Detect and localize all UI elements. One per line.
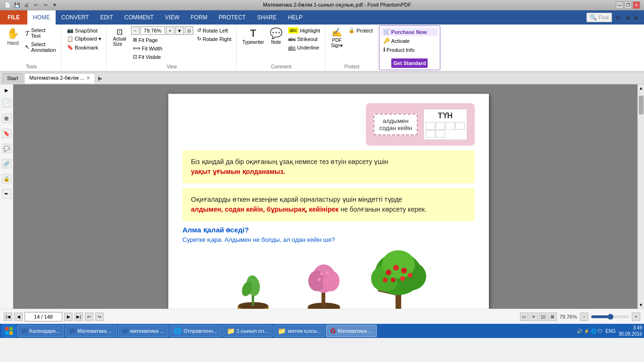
tyn-text: ТҮН bbox=[426, 111, 465, 120]
sidebar-link[interactable]: 🔗 bbox=[2, 159, 11, 168]
taskbar-word3[interactable]: W математика ... bbox=[118, 325, 169, 337]
menu-home[interactable]: HOME bbox=[27, 10, 56, 25]
zoom-handle[interactable] bbox=[608, 314, 613, 320]
svg-point-16 bbox=[320, 272, 323, 275]
strikeout-tool[interactable]: abc Strikeout bbox=[286, 35, 322, 43]
taskbar-foxit-label: Математика ... bbox=[338, 328, 372, 334]
bookmark-tool[interactable]: 🔖 Bookmark bbox=[65, 43, 103, 51]
last-page-btn[interactable]: ▶| bbox=[74, 313, 83, 321]
select-annotation-tool[interactable]: ↖ SelectAnnotation bbox=[23, 41, 58, 54]
menu-protect[interactable]: PROTECT bbox=[213, 10, 251, 25]
fit-width-btn[interactable]: ⟺ Fit Width bbox=[131, 44, 193, 52]
product-info-btn[interactable]: ℹ Product Info bbox=[381, 46, 438, 54]
clipboard-tool[interactable]: 📋 Clipboard ▾ bbox=[65, 35, 103, 43]
svg-point-28 bbox=[386, 270, 391, 275]
prev-view-btn[interactable]: ↩ bbox=[85, 313, 93, 321]
more-quick[interactable]: ▼ bbox=[51, 1, 58, 9]
save-quick[interactable]: 💾 bbox=[13, 1, 21, 9]
get-standard-btn[interactable]: Get Standard bbox=[391, 58, 428, 68]
tab-close-icon[interactable]: ✕ bbox=[86, 75, 90, 81]
redo-quick[interactable]: ↪ bbox=[41, 1, 49, 9]
cursor-icon: 𝓣 bbox=[25, 29, 30, 37]
paragraph2-text: Оқиғаларды өткен кезеңіне қарай орналаст… bbox=[191, 195, 466, 214]
sapling-svg bbox=[298, 255, 350, 309]
select-text-tool[interactable]: 𝓣 SelectText bbox=[23, 26, 58, 40]
prev-page-btn[interactable]: ◀ bbox=[14, 313, 23, 321]
sidebar-toggle[interactable]: ▶ bbox=[3, 86, 10, 94]
tab-document[interactable]: Математика 2-бөлім ... ✕ bbox=[24, 73, 95, 83]
sidebar-annotation[interactable]: 💬 bbox=[2, 144, 11, 153]
restore-btn[interactable] bbox=[624, 1, 632, 9]
taskbar-word1[interactable]: W Календарн... bbox=[17, 325, 64, 337]
nav-back-icon[interactable]: ◀ bbox=[623, 14, 631, 21]
rotate-left-btn[interactable]: ↺ Rotate Left bbox=[195, 26, 233, 34]
snapshot-tool[interactable]: 📷 SnapShot bbox=[65, 26, 103, 34]
continuous-btn[interactable]: ≡ bbox=[529, 313, 538, 321]
typewriter-tool[interactable]: T Typewriter bbox=[240, 26, 266, 46]
next-view-btn[interactable]: ↪ bbox=[95, 313, 104, 321]
fit-visible-btn[interactable]: ⊡ Fit Visible bbox=[131, 53, 193, 61]
settings-icon[interactable]: ⚙ bbox=[614, 14, 621, 21]
first-page-btn[interactable]: |◀ bbox=[4, 313, 12, 321]
print-quick[interactable]: 🖨 bbox=[23, 1, 30, 9]
scroll-thumb-v[interactable] bbox=[639, 96, 644, 115]
sidebar-bookmark[interactable]: 🔖 bbox=[2, 129, 11, 138]
menu-edit[interactable]: EDIT bbox=[94, 10, 118, 25]
purchase-now-btn[interactable]: 🛒 Purchase Now bbox=[381, 28, 438, 36]
two-page-btn[interactable]: ▯▯ bbox=[539, 313, 547, 321]
sidebar-pen[interactable]: ✒ bbox=[2, 189, 11, 198]
undo-quick[interactable]: ↩ bbox=[32, 1, 40, 9]
minimize-btn[interactable] bbox=[616, 1, 623, 9]
menu-share[interactable]: SHARE bbox=[251, 10, 282, 25]
taskbar-word2[interactable]: W Математика ... bbox=[65, 325, 116, 337]
close-btn[interactable] bbox=[633, 1, 640, 9]
scroll-up-btn[interactable]: ▲ bbox=[637, 84, 644, 92]
menu-form[interactable]: FORM bbox=[185, 10, 213, 25]
search-box[interactable]: 🔍 Find bbox=[586, 13, 612, 22]
pdf-sign-tool[interactable]: ✍ PDFSign▾ bbox=[329, 26, 345, 49]
next-page-btn[interactable]: ▶ bbox=[64, 313, 73, 321]
hand-tool[interactable]: ✋ Hand bbox=[5, 26, 21, 47]
zoom-in-btn[interactable]: + bbox=[166, 26, 174, 35]
nav-fwd-icon[interactable]: ▶ bbox=[633, 14, 640, 21]
zoom-slider[interactable] bbox=[591, 315, 629, 318]
zoom-in-status[interactable]: + bbox=[632, 313, 640, 321]
underline-tool[interactable]: abc Underline bbox=[286, 44, 322, 51]
tab-nav-right[interactable]: ▶ bbox=[96, 75, 104, 82]
sidebar-thumbnail[interactable]: ⊞ bbox=[2, 114, 11, 123]
actual-size-tool[interactable]: ⊡ ActualSize bbox=[110, 26, 129, 48]
scroll-down-btn[interactable]: ▼ bbox=[637, 301, 644, 309]
menu-convert[interactable]: CONVERT bbox=[56, 10, 94, 25]
taskbar-folder2[interactable]: 📁 матем қосы... bbox=[273, 325, 325, 337]
tab-start[interactable]: Start bbox=[2, 73, 23, 83]
zoom-out-btn[interactable]: − bbox=[131, 26, 140, 35]
taskbar-foxit[interactable]: G Математика ... bbox=[326, 325, 377, 337]
zoom-input[interactable] bbox=[140, 26, 165, 35]
apple-tree-svg bbox=[369, 248, 430, 309]
taskbar-chrome[interactable]: 🌐 Отправленн... bbox=[169, 325, 221, 337]
fit-page-btn[interactable]: ⊞ Fit Page bbox=[131, 36, 193, 44]
start-button[interactable] bbox=[2, 324, 16, 337]
sidebar-lock[interactable]: 🔒 bbox=[2, 174, 11, 183]
protect-tool[interactable]: 🔒 Protect bbox=[347, 26, 375, 34]
taskbar-folder1[interactable]: 📁 1-сынып пл... bbox=[223, 325, 273, 337]
menu-help[interactable]: HELP bbox=[282, 10, 308, 25]
menu-comment[interactable]: COMMENT bbox=[119, 10, 159, 25]
zoom-dropdown[interactable]: ▼ bbox=[175, 26, 184, 35]
single-page-btn[interactable]: ▭ bbox=[520, 313, 528, 321]
page-input[interactable] bbox=[25, 312, 62, 321]
rotate-right-btn[interactable]: ↻ Rotate Right bbox=[195, 35, 233, 43]
note-tool[interactable]: 💬 Note bbox=[268, 26, 284, 46]
sidebar-page-view[interactable]: 📄 bbox=[2, 99, 11, 108]
bookmark-icon: 🔖 bbox=[67, 44, 74, 50]
zoom-out-status[interactable]: − bbox=[580, 313, 588, 321]
menu-file[interactable]: FILE bbox=[0, 10, 27, 25]
pdf-scrollbar-v[interactable]: ▲ ▼ bbox=[637, 84, 644, 309]
svg-rect-39 bbox=[5, 331, 8, 335]
zoom-fill bbox=[591, 315, 610, 318]
two-cont-btn[interactable]: ⊞ bbox=[548, 313, 557, 321]
highlight-tool[interactable]: abc Highlight bbox=[286, 26, 322, 34]
menu-view[interactable]: VIEW bbox=[159, 10, 185, 25]
zoom-select[interactable]: ⊙ bbox=[185, 26, 193, 35]
activate-btn[interactable]: 🔑 Activate bbox=[381, 37, 438, 45]
